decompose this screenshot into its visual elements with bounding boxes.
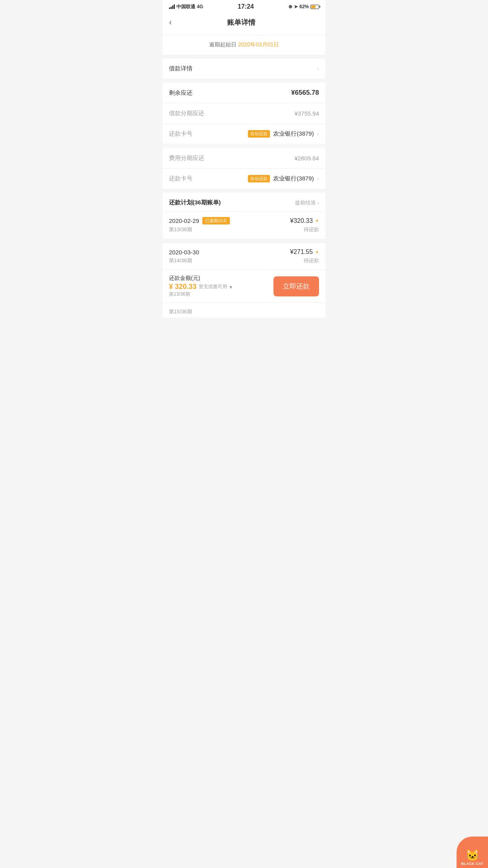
- overdue-date: 2020年03月01日: [238, 41, 279, 48]
- early-settle-button[interactable]: 提前结清 ›: [295, 199, 319, 206]
- plan-item-1-period: 第13/36期: [169, 226, 192, 233]
- divider-3: [163, 189, 325, 193]
- nav-bar: ‹ 账单详情: [163, 12, 325, 35]
- remaining-value: ¥6565.78: [291, 89, 319, 97]
- repay-card-2-row[interactable]: 还款卡号 自动还款 农业银行(3879) ›: [163, 169, 325, 189]
- plan-title: 还款计划(36期账单): [169, 199, 221, 206]
- status-left: 中国联通 4G: [169, 4, 203, 10]
- financial-section: 剩余应还 ¥6565.78 借款分期应还 ¥3755.94 还款卡号 自动还款 …: [163, 83, 325, 189]
- carrier-label: 中国联通: [176, 4, 195, 10]
- plan-item-1: 2020-02-29 已逾期18天 ¥320.33 ▼ 第13/36期 待还款: [163, 211, 325, 239]
- bank-name-1: 农业银行(3879): [273, 130, 314, 138]
- status-bar: 中国联通 4G 17:24 ⊕ ➤ 62%: [163, 0, 325, 12]
- plan-item-3-partial: 第15/36期: [163, 302, 325, 318]
- time-label: 17:24: [238, 3, 254, 10]
- loan-detail-section: 借款详情 ›: [163, 59, 325, 79]
- down-arrow-2: ▼: [315, 250, 319, 254]
- bottom-bar-sub: 暂无优惠可用: [199, 283, 227, 290]
- auto-tag-1: 自动还款: [248, 130, 270, 138]
- repay-card-1-label: 还款卡号: [169, 130, 193, 138]
- plan-item-2-status: 待还款: [304, 257, 319, 264]
- remaining-row: 剩余应还 ¥6565.78: [163, 83, 325, 103]
- early-settle-chevron: ›: [317, 199, 319, 206]
- repay-card-2-chevron: ›: [317, 175, 319, 182]
- plan-item-2: 2020-03-30 ¥271.55 ▼ 第14/36期 待还款: [163, 243, 325, 270]
- early-settle-label: 提前结清: [295, 199, 316, 206]
- loan-detail-label: 借款详情: [169, 65, 193, 72]
- repay-card-2-label: 还款卡号: [169, 175, 193, 182]
- plan-item-3-period: 第15/36期: [169, 309, 192, 314]
- repay-card-1-row[interactable]: 还款卡号 自动还款 农业银行(3879) ›: [163, 124, 325, 144]
- status-right: ⊕ ➤ 62%: [288, 4, 319, 9]
- remaining-label: 剩余应还: [169, 89, 193, 97]
- fee-installment-label: 费用分期应还: [169, 154, 204, 162]
- plan-item-2-date: 2020-03-30: [169, 249, 199, 256]
- plan-item-1-date: 2020-02-29 已逾期18天: [169, 217, 230, 224]
- down-arrow-1: ▼: [315, 219, 319, 223]
- pay-button[interactable]: 立即还款: [273, 276, 319, 296]
- loan-installment-value: ¥3755.94: [294, 110, 319, 117]
- back-button[interactable]: ‹: [169, 16, 175, 29]
- repay-card-2-value: 自动还款 农业银行(3879) ›: [248, 175, 319, 182]
- repay-card-1-chevron: ›: [317, 131, 319, 138]
- plan-divider: [163, 239, 325, 243]
- overdue-date-bar: 逾期起始日 2020年03月01日: [163, 35, 325, 55]
- page-title: 账单详情: [175, 18, 307, 27]
- arrow-icon: ➤: [294, 4, 298, 9]
- auto-tag-2: 自动还款: [248, 175, 270, 182]
- plan-item-1-status: 待还款: [304, 226, 319, 233]
- plan-item-2-amount: ¥271.55 ▼: [290, 248, 319, 256]
- bottom-bar: 还款金额(元) ¥ 320.33 暂无优惠可用 ▾ 第13/36期 立即还款: [163, 270, 325, 302]
- loan-detail-row[interactable]: 借款详情 ›: [163, 59, 325, 79]
- signal-icon: [169, 4, 175, 9]
- battery-icon: [310, 5, 319, 9]
- plan-item-2-period: 第14/36期: [169, 257, 192, 264]
- bank-name-2: 农业银行(3879): [273, 175, 314, 182]
- loan-detail-chevron: ›: [317, 65, 319, 72]
- location-icon: ⊕: [288, 4, 292, 9]
- bottom-bar-amount-value: ¥ 320.33: [169, 283, 196, 291]
- battery-percent: 62%: [299, 4, 309, 9]
- overdue-badge-1: 已逾期18天: [202, 217, 230, 224]
- inner-divider: [163, 144, 325, 148]
- overdue-label: 逾期起始日: [209, 41, 237, 48]
- plan-header: 还款计划(36期账单) 提前结清 ›: [163, 193, 325, 211]
- bottom-bar-period: 第13/36期: [169, 291, 269, 298]
- divider-2: [163, 79, 325, 83]
- bottom-bar-amount-row: ¥ 320.33 暂无优惠可用 ▾: [169, 283, 269, 291]
- plan-item-1-amount: ¥320.33 ▼: [290, 217, 319, 224]
- bottom-bar-info: 还款金额(元) ¥ 320.33 暂无优惠可用 ▾ 第13/36期: [169, 275, 269, 298]
- repay-card-1-value: 自动还款 农业银行(3879) ›: [248, 130, 319, 138]
- fee-installment-value: ¥2809.84: [294, 155, 319, 162]
- loan-installment-row: 借款分期应还 ¥3755.94: [163, 103, 325, 124]
- network-label: 4G: [197, 4, 203, 9]
- bottom-bar-label: 还款金额(元): [169, 275, 269, 282]
- fee-installment-row: 费用分期应还 ¥2809.84: [163, 148, 325, 169]
- divider-1: [163, 55, 325, 59]
- loan-installment-label: 借款分期应还: [169, 110, 204, 117]
- dropdown-icon[interactable]: ▾: [229, 284, 232, 290]
